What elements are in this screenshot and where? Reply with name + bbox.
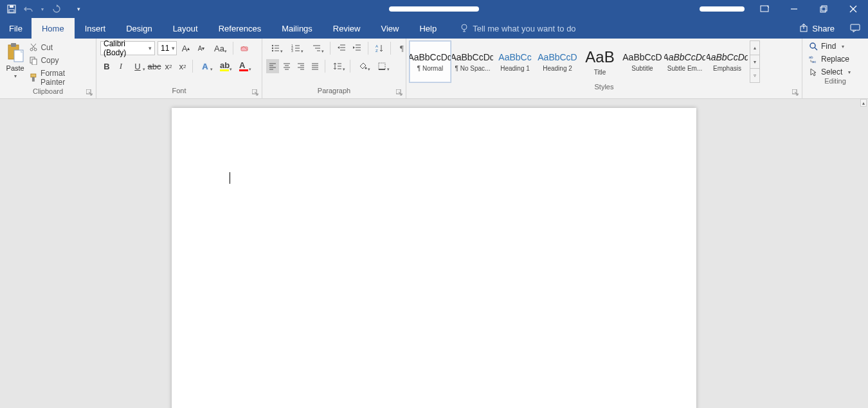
shading-button[interactable]: [354, 59, 372, 73]
paragraph-launcher-icon[interactable]: [396, 89, 404, 97]
style--normal[interactable]: AaBbCcDd¶ Normal: [409, 40, 451, 83]
style-name: Emphasis: [713, 65, 741, 72]
eraser-icon: [239, 43, 249, 53]
undo-dropdown-icon[interactable]: ▾: [40, 4, 45, 14]
search-icon: [809, 42, 818, 51]
text-cursor: [230, 172, 230, 184]
format-painter-button[interactable]: Format Painter: [28, 68, 92, 87]
customize-qat-icon[interactable]: ▾: [73, 4, 84, 14]
copy-button[interactable]: Copy: [28, 55, 92, 66]
styles-launcher-icon[interactable]: [792, 89, 800, 97]
bold-button[interactable]: B: [100, 59, 113, 73]
close-icon[interactable]: [838, 0, 868, 18]
tell-me-placeholder: Tell me what you want to do: [473, 24, 575, 33]
ribbon-display-options-icon[interactable]: [750, 0, 779, 18]
tab-mailings[interactable]: Mailings: [271, 18, 323, 39]
group-paragraph: 123 AZ ¶ Paragraph: [262, 39, 406, 98]
strikethrough-button[interactable]: abc: [148, 59, 161, 73]
tab-layout[interactable]: Layout: [163, 18, 208, 39]
svg-rect-6: [822, 6, 827, 11]
svg-point-18: [34, 48, 37, 51]
justify-button[interactable]: [309, 59, 321, 73]
align-center-button[interactable]: [280, 59, 293, 73]
svg-rect-23: [31, 74, 36, 77]
save-icon[interactable]: [6, 4, 17, 14]
share-button[interactable]: Share: [791, 18, 842, 39]
redo-icon[interactable]: [51, 4, 62, 14]
tab-references[interactable]: References: [208, 18, 271, 39]
bullets-button[interactable]: [266, 41, 284, 55]
style-preview: AaBbCc: [498, 52, 531, 62]
styles-down-icon[interactable]: ▾: [750, 55, 759, 69]
line-spacing-icon: [333, 62, 342, 71]
document-page[interactable]: [172, 108, 696, 408]
style-name: Subtitle: [631, 65, 653, 72]
maximize-icon[interactable]: [809, 0, 838, 18]
style-subtle-em-[interactable]: AaBbCcDdSubtle Em...: [664, 40, 706, 83]
undo-icon[interactable]: [23, 4, 33, 14]
style-emphasis[interactable]: AaBbCcDdEmphasis: [706, 40, 748, 83]
align-left-button[interactable]: [266, 59, 279, 73]
align-center-icon: [282, 62, 291, 71]
decrease-indent-button[interactable]: [335, 41, 348, 55]
increase-indent-button[interactable]: [350, 41, 363, 55]
clipboard-launcher-icon[interactable]: [86, 89, 94, 97]
underline-button[interactable]: U: [129, 59, 147, 73]
clear-formatting-button[interactable]: [238, 41, 251, 55]
font-launcher-icon[interactable]: [252, 89, 260, 97]
replace-button[interactable]: abac Replace: [808, 54, 863, 64]
sort-button[interactable]: AZ: [373, 41, 386, 55]
tab-file[interactable]: File: [0, 18, 32, 39]
highlight-button[interactable]: ab: [215, 59, 233, 73]
italic-button[interactable]: I: [114, 59, 127, 73]
paste-icon: [6, 42, 24, 63]
superscript-button[interactable]: x2: [176, 59, 189, 73]
style-name: ¶ No Spac...: [455, 65, 491, 72]
svg-point-70: [365, 67, 367, 69]
align-right-button[interactable]: [294, 59, 307, 73]
font-size-combo[interactable]: 11▾: [158, 41, 177, 55]
grow-font-button[interactable]: A▴: [179, 41, 192, 55]
line-spacing-button[interactable]: [329, 59, 347, 73]
svg-point-29: [272, 48, 273, 49]
style-title[interactable]: AaBTitle: [579, 40, 621, 83]
cursor-icon: [809, 67, 818, 76]
svg-point-17: [30, 48, 33, 51]
tab-home[interactable]: Home: [32, 18, 75, 39]
svg-rect-15: [11, 43, 16, 47]
tab-review[interactable]: Review: [323, 18, 371, 39]
scroll-up-icon[interactable]: ▴: [860, 99, 867, 107]
tab-insert[interactable]: Insert: [75, 18, 116, 39]
share-icon: [799, 24, 808, 33]
style-heading-2[interactable]: AaBbCcDHeading 2: [536, 40, 579, 83]
minimize-icon[interactable]: [779, 0, 809, 18]
title-bar: ▾ ▾: [0, 0, 868, 18]
style-preview: AaBbCcD: [622, 52, 662, 62]
multilevel-list-button[interactable]: [307, 41, 325, 55]
tell-me-search[interactable]: Tell me what you want to do: [447, 18, 575, 39]
cut-button[interactable]: Cut: [28, 42, 92, 53]
comments-icon[interactable]: [842, 18, 868, 39]
paste-button[interactable]: Paste ▾: [4, 41, 26, 79]
subscript-button[interactable]: x2: [162, 59, 175, 73]
styles-up-icon[interactable]: ▴: [750, 41, 759, 55]
tab-help[interactable]: Help: [409, 18, 447, 39]
styles-more-icon[interactable]: ▿: [750, 69, 759, 82]
change-case-button[interactable]: Aa: [210, 41, 228, 55]
scissors-icon: [29, 43, 38, 52]
text-effects-button[interactable]: A: [196, 59, 214, 73]
font-color-button[interactable]: A: [235, 59, 253, 73]
tab-view[interactable]: View: [370, 18, 409, 39]
style-preview: AaBbCcDd: [451, 52, 494, 62]
borders-button[interactable]: [373, 59, 391, 73]
style-subtitle[interactable]: AaBbCcDSubtitle: [621, 40, 664, 83]
style-heading-1[interactable]: AaBbCcHeading 1: [494, 40, 536, 83]
numbering-button[interactable]: 123: [287, 41, 305, 55]
font-name-combo[interactable]: Calibri (Body)▾: [100, 41, 155, 55]
find-button[interactable]: Find▾: [808, 41, 863, 51]
style--no-spac-[interactable]: AaBbCcDd¶ No Spac...: [451, 40, 494, 83]
shrink-font-button[interactable]: A▾: [195, 41, 208, 55]
select-button[interactable]: Select▾: [808, 67, 863, 77]
tab-design[interactable]: Design: [116, 18, 162, 39]
style-preview: AaB: [585, 48, 614, 66]
